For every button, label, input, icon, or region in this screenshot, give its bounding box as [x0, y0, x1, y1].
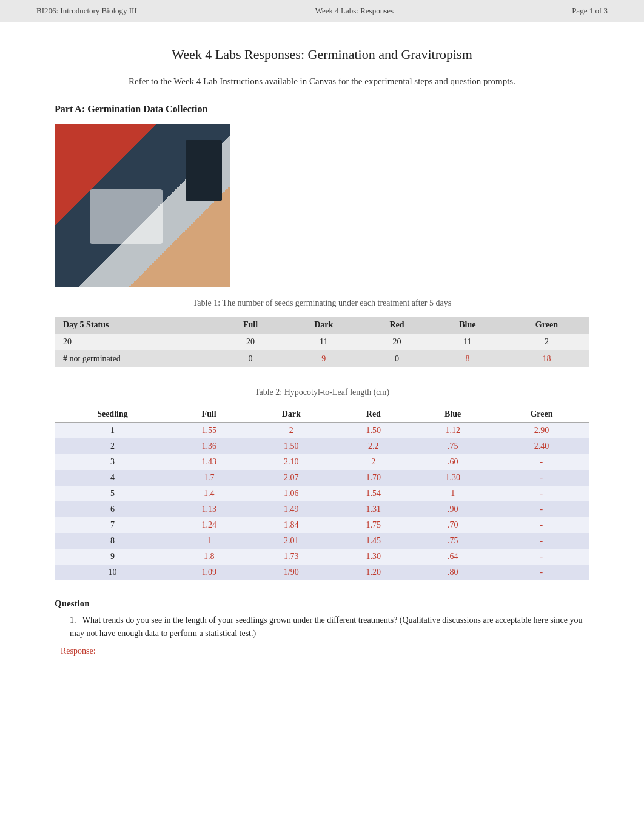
table-row: 61.131.491.31.90-	[55, 501, 589, 517]
table2-cell: 3	[55, 454, 170, 470]
table2-cell: 1	[412, 486, 494, 501]
table2-cell: 1.30	[335, 549, 412, 565]
table2-cell: .60	[412, 454, 494, 470]
table1: Day 5 Status Full Dark Red Blue Green 20…	[55, 317, 589, 367]
table1-cell: 0	[363, 350, 431, 367]
table2-col-green: Green	[494, 406, 589, 422]
table2-cell: 1.31	[335, 501, 412, 517]
table2-cell: -	[494, 470, 589, 486]
page-number: Page 1 of 3	[572, 6, 608, 16]
table2-cell: 1.73	[247, 549, 335, 565]
table2-cell: 2.40	[494, 438, 589, 454]
table2-cell: 1.50	[335, 422, 412, 438]
part-a-heading: Part A: Germination Data Collection	[55, 104, 589, 115]
page-title: Week 4 Labs Responses: Germination and G…	[55, 47, 589, 62]
table2-cell: 1.8	[170, 549, 248, 565]
table1-col-dark: Dark	[285, 317, 363, 334]
table2-cell: 1.70	[335, 470, 412, 486]
table-row: 31.432.102.60-	[55, 454, 589, 470]
table1-col-full: Full	[216, 317, 285, 334]
table-row: 51.41.061.541-	[55, 486, 589, 501]
table2-cell: .70	[412, 517, 494, 533]
table1-cell: 9	[285, 350, 363, 367]
table2-cell: 1.50	[247, 438, 335, 454]
table2-cell: 2.01	[247, 533, 335, 549]
table2-cell: 5	[55, 486, 170, 501]
table2-cell: -	[494, 486, 589, 501]
table2-cell: 1.13	[170, 501, 248, 517]
table1-cell: 11	[431, 334, 504, 350]
table-row: 20201120112	[55, 334, 589, 350]
table2-cell: .64	[412, 549, 494, 565]
table-row: 91.81.731.30.64-	[55, 549, 589, 565]
table-row: 101.091/901.20.80-	[55, 565, 589, 580]
table1-cell: 8	[431, 350, 504, 367]
table2-cell: 1.12	[412, 422, 494, 438]
table-row: 21.361.502.2.752.40	[55, 438, 589, 454]
table2-cell: 1/90	[247, 565, 335, 580]
table1-cell: 2	[504, 334, 589, 350]
table2-cell: .75	[412, 438, 494, 454]
table1-col-status: Day 5 Status	[55, 317, 216, 334]
table1-cell: 18	[504, 350, 589, 367]
table-row: 71.241.841.75.70-	[55, 517, 589, 533]
table1-header-row: Day 5 Status Full Dark Red Blue Green	[55, 317, 589, 334]
table1-cell: 11	[285, 334, 363, 350]
table1-cell: 0	[216, 350, 285, 367]
table2-cell: 1	[170, 533, 248, 549]
table2-cell: 1.4	[170, 486, 248, 501]
table2-cell: 1.84	[247, 517, 335, 533]
table2-header-row: Seedling Full Dark Red Blue Green	[55, 406, 589, 422]
table2-cell: 1	[55, 422, 170, 438]
table2-col-dark: Dark	[247, 406, 335, 422]
table1-col-green: Green	[504, 317, 589, 334]
table2-cell: -	[494, 501, 589, 517]
page-header: BI206: Introductory Biology III Week 4 L…	[0, 0, 644, 22]
table2-cell: 1.45	[335, 533, 412, 549]
table1-cell: 20	[216, 334, 285, 350]
table2-cell: 2	[55, 438, 170, 454]
question-section: Question 1. What trends do you see in th…	[55, 599, 589, 657]
table2-cell: 7	[55, 517, 170, 533]
table2-cell: 2	[247, 422, 335, 438]
question-text: 1. What trends do you see in the length …	[70, 614, 589, 641]
table1-col-red: Red	[363, 317, 431, 334]
table2-cell: 1.06	[247, 486, 335, 501]
table2-cell: 6	[55, 501, 170, 517]
table2-cell: .80	[412, 565, 494, 580]
course-title: BI206: Introductory Biology III	[36, 6, 137, 16]
table2-col-red: Red	[335, 406, 412, 422]
table2-cell: 8	[55, 533, 170, 549]
subtitle: Refer to the Week 4 Lab Instructions ava…	[55, 75, 589, 89]
table2-cell: 1.54	[335, 486, 412, 501]
table2-cell: 4	[55, 470, 170, 486]
table2-cell: -	[494, 454, 589, 470]
table1-cell: # not germinated	[55, 350, 216, 367]
table2-cell: 1.30	[412, 470, 494, 486]
table2-cell: 1.7	[170, 470, 248, 486]
table1-cell: 20	[363, 334, 431, 350]
table1-cell: 20	[55, 334, 216, 350]
table2-cell: 1.55	[170, 422, 248, 438]
table2-cell: 1.75	[335, 517, 412, 533]
week-label: Week 4 Labs: Responses	[315, 6, 394, 16]
table2-cell: -	[494, 533, 589, 549]
table2: Seedling Full Dark Red Blue Green 11.552…	[55, 406, 589, 580]
question-body: What trends do you see in the length of …	[70, 615, 582, 638]
table2-cell: 2.10	[247, 454, 335, 470]
table-row: 812.011.45.75-	[55, 533, 589, 549]
table2-cell: 10	[55, 565, 170, 580]
table2-cell: 1.24	[170, 517, 248, 533]
table1-container: Day 5 Status Full Dark Red Blue Green 20…	[55, 317, 589, 367]
table2-cell: 2	[335, 454, 412, 470]
table2-cell: 1.36	[170, 438, 248, 454]
table2-cell: 2.90	[494, 422, 589, 438]
table1-caption: Table 1: The number of seeds germinating…	[55, 297, 589, 309]
table2-col-full: Full	[170, 406, 248, 422]
table2-container: Seedling Full Dark Red Blue Green 11.552…	[55, 406, 589, 580]
table-row: 41.72.071.701.30-	[55, 470, 589, 486]
table2-cell: -	[494, 565, 589, 580]
table2-cell: 1.43	[170, 454, 248, 470]
table2-cell: -	[494, 549, 589, 565]
table2-cell: .75	[412, 533, 494, 549]
